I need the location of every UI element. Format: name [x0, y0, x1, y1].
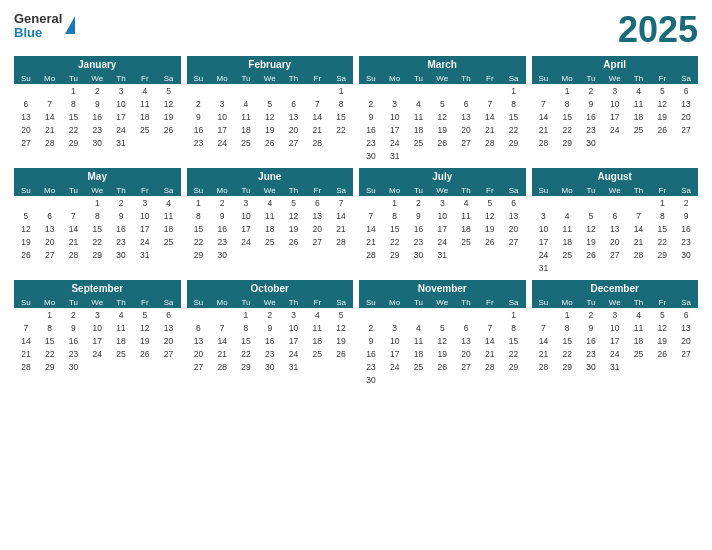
day-cell: 3: [430, 196, 454, 209]
day-cell: 15: [383, 222, 407, 235]
calendar-grid: JanuarySuMoTuWeThFrSa0012345678910111213…: [14, 56, 698, 386]
day-cell: 15: [555, 110, 579, 123]
day-cell: 24: [383, 136, 407, 149]
day-cell: 30: [85, 136, 109, 149]
day-cell: 1: [329, 84, 353, 97]
day-header-cell: We: [603, 185, 627, 196]
day-header-cell: Fr: [478, 185, 502, 196]
day-header-cell: Tu: [407, 185, 431, 196]
day-cell: 29: [502, 136, 526, 149]
day-cell: 28: [532, 136, 556, 149]
days-grid: 0012345678910111213141516171819202122232…: [187, 308, 354, 373]
day-headers-row: SuMoTuWeThFrSa: [532, 185, 699, 196]
day-cell: 20: [674, 334, 698, 347]
day-header-cell: Mo: [210, 73, 234, 84]
day-cell: 27: [14, 136, 38, 149]
day-cell: 0: [430, 84, 454, 97]
day-cell: 2: [62, 308, 86, 321]
day-header-cell: Mo: [383, 297, 407, 308]
day-cell: 17: [234, 222, 258, 235]
day-cell: 24: [603, 347, 627, 360]
day-cell: 24: [603, 123, 627, 136]
day-cell: 4: [627, 84, 651, 97]
day-cell: 13: [502, 209, 526, 222]
day-cell: 13: [674, 321, 698, 334]
day-cell: 2: [674, 196, 698, 209]
year-title: 2025: [618, 12, 698, 48]
day-cell: 2: [109, 196, 133, 209]
days-grid: 0000012345678910111213141516171819202122…: [532, 196, 699, 274]
day-cell: 25: [454, 235, 478, 248]
day-cell: 18: [627, 334, 651, 347]
day-header-cell: Sa: [157, 185, 181, 196]
day-cell: 15: [62, 110, 86, 123]
day-cell: 14: [14, 334, 38, 347]
day-cell: 21: [210, 347, 234, 360]
day-cell: 21: [532, 347, 556, 360]
day-cell: 17: [210, 123, 234, 136]
day-cell: 23: [109, 235, 133, 248]
day-cell: 3: [383, 321, 407, 334]
day-cell: 19: [258, 123, 282, 136]
day-cell: 19: [157, 110, 181, 123]
day-cell: 13: [187, 334, 211, 347]
day-cell: 25: [627, 347, 651, 360]
day-cell: 29: [62, 136, 86, 149]
day-cell: 3: [133, 196, 157, 209]
day-cell: 0: [305, 84, 329, 97]
day-cell: 14: [627, 222, 651, 235]
day-cell: 25: [555, 248, 579, 261]
day-cell: 22: [383, 235, 407, 248]
days-grid: 0000001234567891011121314151617181920212…: [359, 308, 526, 386]
day-cell: 23: [258, 347, 282, 360]
day-cell: 16: [579, 334, 603, 347]
logo-general: General: [14, 11, 62, 26]
day-cell: 24: [109, 123, 133, 136]
day-cell: 7: [478, 97, 502, 110]
day-cell: 20: [454, 123, 478, 136]
month-header-november: November: [359, 280, 526, 297]
day-header-cell: Sa: [157, 73, 181, 84]
day-cell: 18: [109, 334, 133, 347]
day-cell: 2: [359, 321, 383, 334]
day-cell: 4: [627, 308, 651, 321]
day-cell: 6: [674, 84, 698, 97]
day-cell: 19: [430, 347, 454, 360]
day-cell: 10: [210, 110, 234, 123]
day-cell: 22: [85, 235, 109, 248]
day-header-cell: Fr: [650, 297, 674, 308]
day-cell: 7: [532, 97, 556, 110]
day-cell: 19: [14, 235, 38, 248]
day-cell: 27: [305, 235, 329, 248]
day-cell: 0: [14, 196, 38, 209]
day-cell: 0: [579, 196, 603, 209]
day-cell: 13: [305, 209, 329, 222]
day-cell: 26: [329, 347, 353, 360]
day-cell: 0: [359, 84, 383, 97]
day-cell: 23: [187, 136, 211, 149]
day-cell: 29: [502, 360, 526, 373]
day-cell: 11: [407, 110, 431, 123]
month-header-august: August: [532, 168, 699, 185]
day-cell: 25: [407, 136, 431, 149]
day-header-cell: Tu: [579, 185, 603, 196]
day-cell: 9: [359, 110, 383, 123]
day-cell: 20: [157, 334, 181, 347]
day-cell: 8: [555, 97, 579, 110]
day-header-cell: Th: [282, 185, 306, 196]
day-header-cell: Mo: [38, 185, 62, 196]
logo-triangle-icon: [65, 16, 75, 34]
day-cell: 24: [282, 347, 306, 360]
day-cell: 5: [650, 308, 674, 321]
day-cell: 1: [234, 308, 258, 321]
day-cell: 22: [650, 235, 674, 248]
month-header-june: June: [187, 168, 354, 185]
days-grid: 0000001234567891011121314151617181920212…: [187, 84, 354, 149]
day-header-cell: Tu: [234, 297, 258, 308]
day-cell: 10: [383, 334, 407, 347]
day-cell: 3: [210, 97, 234, 110]
day-header-cell: Tu: [579, 73, 603, 84]
logo: General Blue: [14, 12, 75, 41]
day-header-cell: Th: [454, 185, 478, 196]
day-cell: 24: [133, 235, 157, 248]
